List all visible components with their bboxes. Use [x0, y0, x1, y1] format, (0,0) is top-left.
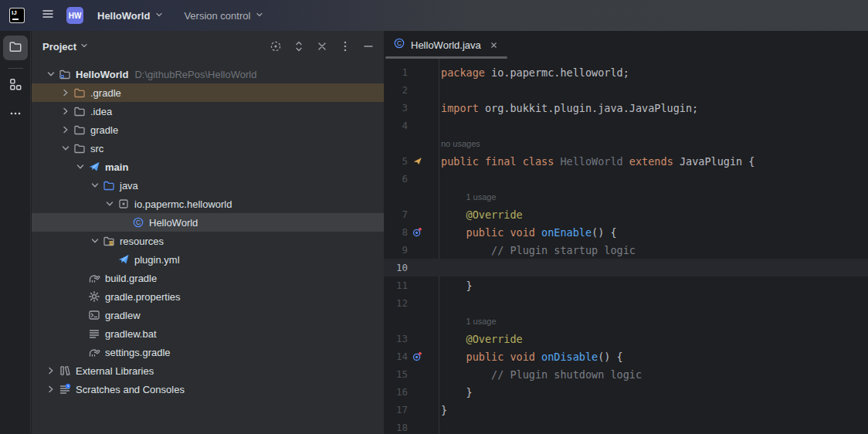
code-text: @Override [426, 209, 523, 221]
tree-item-main[interactable]: main [32, 158, 384, 176]
tree-item-gradle[interactable]: gradle [32, 120, 384, 139]
tree-item-label: External Libraries [76, 365, 154, 377]
chevron-down-icon[interactable] [88, 235, 102, 247]
tree-item-java[interactable]: java [32, 176, 384, 195]
code-line-6[interactable]: 6 [384, 170, 868, 188]
code-line-5[interactable]: 5public final class HelloWorld extends J… [384, 152, 868, 170]
override-icon[interactable] [408, 351, 426, 363]
options-menu-button[interactable] [337, 39, 353, 54]
tree-item-label: gradle [90, 124, 118, 136]
project-tool-button[interactable] [3, 36, 28, 60]
tree-item-label: .gradle [90, 87, 121, 99]
code-text: } [426, 386, 473, 398]
tree-item-io-papermc-helloworld[interactable]: io.papermc.helloworld [32, 195, 384, 213]
tree-item-build-gradle[interactable]: build.gradle [32, 269, 384, 287]
line-number: 6 [384, 173, 408, 185]
inlay-hint-row[interactable]: 1 usage [384, 312, 868, 330]
tree-item-gradlew-bat[interactable]: gradlew.bat [32, 324, 384, 343]
tree-item-label: gradlew.bat [105, 328, 157, 340]
project-path: D:\githubRePos\HelloWorld [134, 69, 256, 80]
hide-panel-button[interactable] [361, 39, 376, 54]
more-tool-windows-button[interactable] [3, 103, 28, 127]
override-icon[interactable] [408, 226, 426, 239]
gutter-spacer [408, 422, 426, 434]
chevron-right-icon[interactable] [59, 105, 73, 117]
code-editor[interactable]: 1package io.papermc.helloworld;23import … [384, 59, 868, 434]
code-line-16[interactable]: 16 } [384, 383, 868, 401]
code-line-3[interactable]: 3import org.bukkit.plugin.java.JavaPlugi… [384, 99, 868, 117]
chevron-down-icon[interactable] [103, 198, 117, 210]
code-line-18[interactable]: 18 [384, 419, 868, 434]
tab-title: HelloWorld.java [411, 39, 481, 51]
tree-item-settings-gradle[interactable]: settings.gradle [32, 343, 384, 361]
code-line-14[interactable]: 14 public void onDisable() { [384, 348, 868, 365]
expand-all-button[interactable] [291, 39, 307, 54]
code-line-8[interactable]: 8 public void onEnable() { [384, 223, 868, 241]
code-line-12[interactable]: 12 [384, 294, 868, 312]
tree-item-plugin-yml[interactable]: plugin.yml [32, 250, 384, 269]
code-line-13[interactable]: 13 @Override [384, 330, 868, 348]
code-line-4[interactable]: 4 [384, 117, 868, 134]
code-text: } [426, 280, 473, 292]
code-line-7[interactable]: 7 @Override [384, 205, 868, 223]
chevron-down-icon [154, 8, 164, 22]
tree-item-gradlew[interactable]: gradlew [32, 306, 384, 324]
vcs-widget-button[interactable]: Version control [170, 4, 270, 27]
tree-item--idea[interactable]: .idea [32, 102, 384, 120]
chevron-right-icon[interactable] [59, 86, 73, 99]
tree-item-label: build.gradle [105, 273, 157, 284]
modules-tool-button[interactable] [3, 73, 28, 98]
code-line-11[interactable]: 11 } [384, 276, 868, 294]
tool-window-stripe [0, 31, 31, 434]
code-text: @Override [426, 333, 523, 345]
chevron-right-icon[interactable] [44, 383, 58, 395]
main-menu-button[interactable] [36, 4, 60, 27]
chevron-spacer [73, 346, 87, 358]
tree-item-src[interactable]: src [32, 139, 384, 158]
usages-inlay-hint[interactable]: 1 usage [384, 317, 497, 326]
chevron-down-icon[interactable] [73, 161, 87, 173]
chevron-down-icon[interactable] [44, 68, 58, 80]
project-widget-button[interactable]: HW HelloWorld [60, 4, 170, 27]
tree-item-gradle-properties[interactable]: gradle.properties [32, 287, 384, 306]
code-text: public final class HelloWorld extends Ja… [426, 155, 754, 168]
code-line-1[interactable]: 1package io.papermc.helloworld; [384, 63, 868, 81]
code-line-2[interactable]: 2 [384, 81, 868, 99]
project-view-selector[interactable]: Project [42, 41, 89, 53]
usages-inlay-hint[interactable]: 1 usage [384, 192, 497, 202]
tree-item--gradle[interactable]: .gradle [32, 83, 384, 102]
gutter-spacer [408, 262, 426, 274]
code-text: public void onDisable() { [426, 351, 623, 363]
tree-item-external-libraries[interactable]: External Libraries [32, 361, 384, 380]
plugin-marker-icon[interactable] [408, 155, 426, 168]
gutter-spacer [408, 209, 426, 221]
select-opened-file-button[interactable] [268, 39, 283, 54]
line-number: 11 [384, 280, 408, 291]
code-text: package io.papermc.helloworld; [426, 66, 629, 79]
tree-item-resources[interactable]: resources [32, 232, 384, 250]
code-line-15[interactable]: 15 // Plugin shutdown logic [384, 365, 868, 383]
chevron-down-icon[interactable] [88, 179, 102, 192]
close-tab-icon[interactable] [488, 39, 500, 51]
tree-item-helloworld[interactable]: HelloWorldD:\githubRePos\HelloWorld [32, 65, 384, 83]
usages-inlay-hint[interactable]: no usages [384, 139, 480, 148]
tree-item-label: main [105, 161, 128, 173]
inlay-hint-row[interactable]: 1 usage [384, 188, 868, 205]
tree-item-scratches-and-consoles[interactable]: Scratches and Consoles [32, 380, 384, 398]
code-line-17[interactable]: 17} [384, 401, 868, 419]
tree-item-label: resources [120, 236, 164, 247]
tab-helloworld-java[interactable]: C HelloWorld.java [384, 31, 508, 59]
chevron-right-icon[interactable] [44, 364, 58, 377]
tree-item-helloworld[interactable]: CHelloWorld [32, 213, 384, 232]
code-line-9[interactable]: 9 // Plugin startup logic [384, 241, 868, 259]
inlay-hint-row[interactable]: no usages [384, 134, 868, 152]
more-icon [9, 107, 22, 123]
collapse-all-button[interactable] [314, 39, 330, 54]
chevron-spacer [73, 327, 87, 340]
chevron-right-icon[interactable] [59, 124, 73, 136]
code-text: public void onEnable() { [426, 226, 617, 239]
code-line-10[interactable]: 10 [384, 259, 868, 276]
chevron-down-icon[interactable] [59, 142, 73, 154]
chevron-down-icon [80, 41, 89, 53]
folder-icon [73, 105, 86, 117]
